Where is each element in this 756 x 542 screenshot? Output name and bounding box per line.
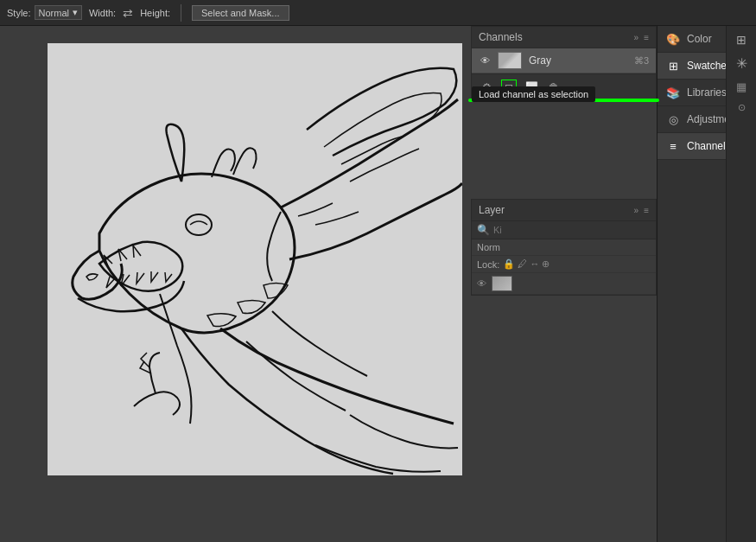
tab-color-label: Color: [687, 33, 712, 45]
layer-lock-label: Lock:: [477, 259, 499, 270]
layer-row-1[interactable]: 👁: [472, 273, 656, 295]
svg-rect-0: [48, 43, 462, 475]
channel-name: Gray: [529, 54, 627, 67]
panel-icon-2[interactable]: ✳: [736, 55, 747, 72]
icon-sidebar: ⊞ ✳ ▦ ⊙: [726, 26, 756, 542]
layers-panel-title: Layer: [479, 204, 505, 216]
color-icon: 🎨: [666, 32, 680, 46]
channel-shortcut: ⌘3: [634, 55, 649, 67]
channels-icon: ≡: [666, 139, 680, 153]
canvas-image: [48, 43, 462, 475]
lock-icons: 🔒 🖊 ↔ ⊕: [503, 258, 550, 270]
layer-visibility[interactable]: 👁: [477, 278, 486, 289]
separator: [181, 4, 181, 22]
layers-search-input[interactable]: [493, 225, 651, 235]
swap-icon: ⇄: [123, 6, 133, 20]
channels-footer-wrapper: ⚙ □ ⬜ 🗑 Load channel as selection: [472, 73, 656, 100]
channel-thumb-inner: [499, 53, 521, 68]
layers-lock-row: Lock: 🔒 🖊 ↔ ⊕: [472, 256, 656, 273]
chevron-down-icon: ▾: [73, 7, 78, 18]
panel-icon-4[interactable]: ⊙: [738, 102, 746, 113]
panel-icon-1[interactable]: ⊞: [736, 33, 746, 47]
panel-menu-btn[interactable]: ≡: [644, 33, 649, 42]
tab-channels-label: Channels: [687, 140, 731, 152]
channels-panel-controls: » ≡: [634, 33, 649, 42]
top-toolbar: Style: Normal ▾ Width: ⇄ Height: Select …: [0, 0, 756, 26]
search-icon: 🔍: [477, 224, 490, 236]
layers-panel: Layer » ≡ 🔍 Norm Lock: 🔒 🖊 ↔ ⊕ 👁: [471, 199, 657, 296]
layers-mode-row: Norm: [472, 239, 656, 256]
channels-panel: Channels » ≡ 👁 Gray ⌘3 ⚙ □ ⬜ 🗑 Load chan…: [471, 26, 657, 101]
panel-icon-3[interactable]: ▦: [736, 80, 746, 93]
layers-search-bar: 🔍: [472, 221, 656, 239]
layers-panel-controls: » ≡: [634, 206, 649, 215]
channel-thumbnail: [498, 52, 522, 69]
select-mask-button[interactable]: Select and Mask...: [192, 5, 289, 21]
panel-expand-btn[interactable]: »: [634, 33, 639, 42]
channel-visibility-toggle[interactable]: 👁: [479, 54, 491, 67]
toolbar-style-label: Style: Normal ▾: [7, 5, 82, 20]
swatches-icon: ⊞: [666, 59, 680, 73]
channels-panel-title: Channels: [479, 31, 523, 43]
layers-panel-header: Layer » ≡: [472, 200, 656, 221]
channels-panel-header: Channels » ≡: [472, 27, 656, 48]
channel-row-gray[interactable]: 👁 Gray ⌘3: [472, 48, 656, 73]
layers-expand-btn[interactable]: »: [634, 206, 639, 215]
adjustments-icon: ◎: [666, 112, 680, 126]
eye-icon: 👁: [480, 55, 490, 66]
panel-tabs: ⊞ ✳ ▦ ⊙ 🎨 Color ⊞ Swatches 📚 Libraries ◎…: [657, 26, 756, 542]
style-dropdown[interactable]: Normal ▾: [35, 5, 82, 20]
tab-libraries-label: Libraries: [687, 86, 727, 99]
layer-thumbnail: [492, 276, 512, 291]
layers-menu-btn[interactable]: ≡: [644, 206, 649, 215]
dragon-artwork: [48, 43, 462, 475]
toolbar-height-label: Height:: [140, 8, 170, 18]
layer-mode-label: Norm: [477, 242, 500, 252]
toolbar-width-label: Width:: [89, 8, 116, 18]
libraries-icon: 📚: [666, 86, 680, 99]
tooltip-load-channel: Load channel as selection: [472, 86, 595, 102]
